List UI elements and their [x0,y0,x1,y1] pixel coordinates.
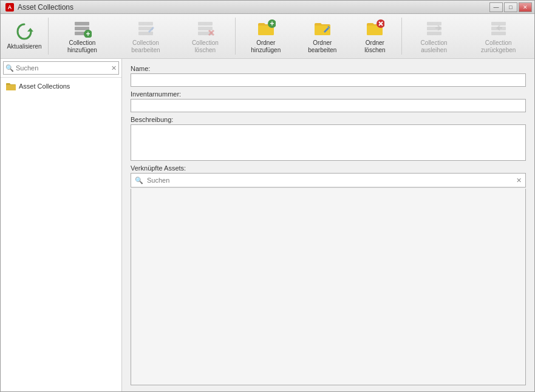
collection-ausleihen-label: Collection ausleihen [410,39,458,54]
verknupfte-search-clear[interactable]: ✕ [513,177,525,184]
inventarnummer-input[interactable] [131,99,526,112]
verknupfte-search-bar: 🔍 ✕ [131,173,526,188]
content-area: Name: Inventarnummer: Beschreibung: Verk… [122,59,534,391]
sidebar-search-input[interactable] [3,61,119,75]
toolbar: Aktualisieren + Collection hinzufügen [1,14,534,59]
ordner-loschen-label: Ordner löschen [356,39,394,54]
toolbar-sep-1 [48,18,49,55]
toolbar-sep-3 [401,18,402,55]
svg-rect-20 [427,22,441,25]
collection-edit-icon [136,18,155,38]
collection-delete-icon [196,18,215,38]
ordner-bearbeiten-label: Ordner bearbeiten [301,39,344,54]
sidebar-search-container: 🔍 ✕ [1,59,121,78]
verknupfte-label: Verknüpfte Assets: [131,164,526,172]
svg-rect-1 [75,22,89,25]
collection-return-icon [489,18,508,38]
title-bar: A Asset Collections — □ ✕ [1,1,534,14]
inventarnummer-label: Inventarnummer: [131,90,526,98]
verknupfte-assets-section: Verknüpfte Assets: 🔍 ✕ [131,164,526,385]
verknupfte-search-icon: 🔍 [131,177,147,184]
folder-add-icon: + [256,18,276,38]
sidebar: 🔍 ✕ Asset Collections [1,59,122,391]
aktualisieren-label: Aktualisieren [7,43,41,50]
svg-rect-8 [138,32,153,35]
collection-lend-icon [424,18,444,38]
sidebar-tree: Asset Collections [1,78,121,391]
svg-rect-6 [138,22,153,25]
sidebar-search-clear[interactable]: ✕ [111,64,117,72]
name-input[interactable] [131,73,526,87]
svg-rect-23 [491,22,506,25]
app-icon: A [5,3,14,12]
svg-text:+: + [86,30,90,38]
ordner-bearbeiten-button[interactable]: Ordner bearbeiten [295,15,350,57]
collection-zuruckgeben-label: Collection zurückgeben [470,39,526,54]
maximize-button[interactable]: □ [504,2,517,12]
collection-loschen-button[interactable]: Collection löschen [178,15,233,57]
main-window: A Asset Collections — □ ✕ Aktualisieren [0,0,535,392]
refresh-icon [15,22,34,41]
collection-zuruckgeben-button[interactable]: Collection zurückgeben [465,15,532,57]
close-button[interactable]: ✕ [519,2,532,12]
title-bar-left: A Asset Collections [5,3,73,12]
collection-ausleihen-button[interactable]: Collection ausleihen [404,15,464,57]
ordner-hinzufugen-label: Ordner hinzufügen [244,39,288,54]
svg-marker-0 [27,28,33,32]
aktualisieren-button[interactable]: Aktualisieren [3,15,46,57]
folder-delete-icon [365,18,384,38]
svg-text:+: + [270,19,274,28]
ordner-loschen-button[interactable]: Ordner löschen [351,15,399,57]
beschreibung-field-group: Beschreibung: [131,116,526,161]
toolbar-sep-2 [235,18,236,55]
inventarnummer-field-group: Inventarnummer: [131,90,526,112]
collection-hinzufugen-button[interactable]: + Collection hinzufügen [51,15,114,57]
svg-rect-10 [198,27,213,30]
window-title: Asset Collections [18,3,73,12]
name-label: Name: [131,65,526,72]
tree-item-asset-collections[interactable]: Asset Collections [1,80,121,92]
collection-add-icon: + [72,18,92,38]
minimize-button[interactable]: — [489,2,503,12]
collection-bearbeiten-button[interactable]: Collection bearbeiten [115,15,177,57]
ordner-hinzufugen-button[interactable]: + Ordner hinzufügen [238,15,294,57]
main-layout: 🔍 ✕ Asset Collections Name: [1,59,534,391]
verknupfte-search-input[interactable] [147,174,513,187]
beschreibung-textarea[interactable] [131,124,526,161]
collection-loschen-label: Collection löschen [183,39,227,54]
collection-hinzufugen-label: Collection hinzufügen [56,39,108,54]
sidebar-search-icon: 🔍 [5,64,14,72]
window-controls: — □ ✕ [489,2,532,12]
folder-icon [5,82,16,90]
svg-rect-9 [198,22,213,25]
verknupfte-assets-list [131,189,526,385]
svg-rect-25 [491,32,506,35]
beschreibung-label: Beschreibung: [131,116,526,123]
folder-edit-icon [313,18,332,38]
svg-rect-22 [427,32,441,35]
name-field-group: Name: [131,65,526,87]
tree-item-label: Asset Collections [19,83,70,90]
collection-bearbeiten-label: Collection bearbeiten [120,39,171,54]
